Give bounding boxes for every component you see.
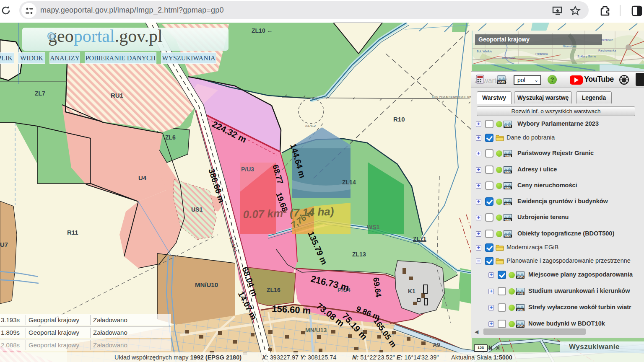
svg-text:ZL13: ZL13 [352, 251, 366, 258]
svg-text:Karczowiska: Karczowiska [535, 64, 552, 65]
svg-text:156.60 m: 156.60 m [272, 303, 311, 316]
svg-text:K1: K1 [408, 288, 415, 295]
svg-text:KOS PISKARBOWINSKIE RW: KOS PISKARBOWINSKIE RW [432, 96, 472, 98]
svg-text:WMS: WMS [504, 154, 512, 157]
svg-text:ZL6: ZL6 [165, 134, 176, 141]
svg-text:US1: US1 [191, 206, 203, 213]
svg-text:ZL16: ZL16 [267, 287, 280, 293]
svg-text:Trzebnice: Trzebnice [600, 39, 613, 41]
svg-text:WMS: WMS [504, 235, 512, 238]
svg-text:WMS: WMS [504, 202, 512, 205]
svg-text:R10: R10 [393, 116, 405, 123]
svg-text:WMS: WMS [517, 325, 524, 328]
svg-text:P/U3: P/U3 [241, 166, 254, 173]
svg-text:ZL7: ZL7 [35, 90, 45, 97]
svg-text:ZL10 ←: ZL10 ← [252, 27, 273, 34]
svg-text:Raszówka: Raszówka [502, 57, 515, 59]
svg-text:Obora: Obora [611, 64, 619, 65]
svg-text:Szklary Górne: Szklary Górne [577, 55, 596, 58]
svg-text:Parchowanka: Parchowanka [598, 49, 616, 52]
svg-text:RU1: RU1 [111, 92, 123, 99]
svg-text:Bol. Wielkie: Bol. Wielkie [477, 50, 492, 53]
svg-text:WMS: WMS [517, 276, 524, 279]
svg-text:ZLz1: ZLz1 [413, 235, 426, 242]
svg-text:Pieszków: Pieszków [535, 52, 548, 55]
svg-text:U7: U7 [0, 241, 8, 248]
svg-text:WMS: WMS [517, 292, 524, 295]
svg-text:WMS: WMS [504, 125, 512, 128]
svg-text:WMS: WMS [504, 186, 512, 189]
svg-text:U4: U4 [138, 174, 147, 181]
svg-text:WMS: WMS [504, 218, 512, 221]
svg-text:2374-2: 2374-2 [305, 124, 316, 128]
svg-text:WS1: WS1 [367, 224, 380, 230]
svg-text:WMS: WMS [504, 171, 512, 173]
svg-text:WMS: WMS [498, 81, 505, 84]
svg-text:ZL14: ZL14 [342, 179, 356, 186]
svg-text:Niemstów: Niemstów [563, 45, 576, 48]
svg-text:MN/U10: MN/U10 [195, 281, 218, 288]
svg-text:A9: A9 [433, 341, 440, 348]
svg-text:MN/U13: MN/U13 [305, 327, 327, 334]
svg-text:WMS: WMS [517, 308, 524, 311]
svg-text:R11: R11 [67, 229, 78, 236]
